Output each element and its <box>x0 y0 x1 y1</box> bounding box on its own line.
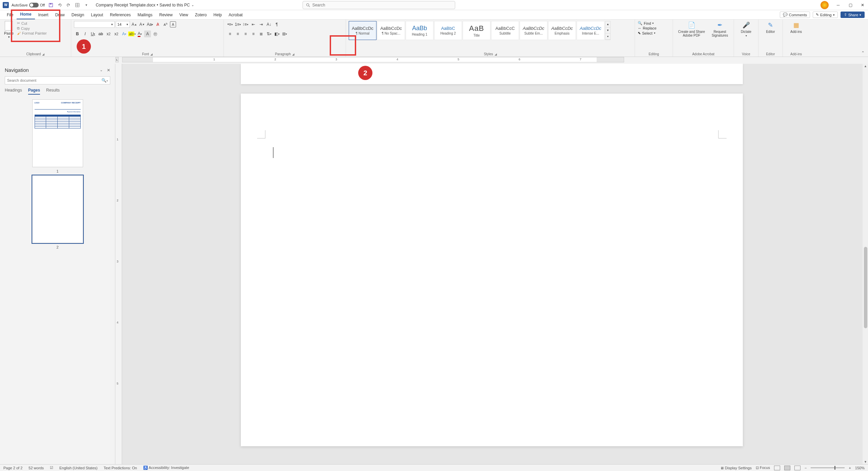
subscript-button[interactable]: x2 <box>105 31 112 37</box>
spellcheck-icon[interactable]: ☑ <box>50 466 53 470</box>
clipboard-dialog-launcher[interactable]: ◢ <box>42 53 44 56</box>
vertical-ruler[interactable]: 1 2 3 4 5 <box>115 64 122 464</box>
print-layout-button[interactable] <box>784 466 790 470</box>
styles-gallery-scroll[interactable]: ▲▼▾ <box>605 21 611 40</box>
page-thumbnail-2[interactable] <box>32 175 83 243</box>
font-size-combo[interactable]: 14▾ <box>116 21 130 28</box>
tab-view[interactable]: View <box>176 11 192 19</box>
paste-button[interactable]: Paste ▾ <box>3 21 15 39</box>
font-color-button[interactable]: A▾ <box>136 31 143 37</box>
align-center-button[interactable]: ≡ <box>234 31 241 37</box>
tab-layout[interactable]: Layout <box>88 11 107 19</box>
italic-button[interactable]: I <box>82 31 89 37</box>
tab-insert[interactable]: Insert <box>35 11 52 19</box>
sort-button[interactable]: A↓ <box>266 21 272 28</box>
user-avatar[interactable] <box>821 1 829 9</box>
character-shading-button[interactable]: A <box>144 31 151 37</box>
format-painter-button[interactable]: 🖌Format Painter <box>17 31 47 35</box>
nav-search-box[interactable]: 🔍▾ <box>5 76 110 84</box>
replace-button[interactable]: ↔Replace <box>638 26 656 30</box>
document-page-2[interactable] <box>241 94 743 446</box>
phonetic-guide-button[interactable]: ᴀᵇ <box>162 21 169 28</box>
tab-selector[interactable]: L <box>115 57 119 62</box>
align-right-button[interactable]: ≡ <box>242 31 249 37</box>
shrink-font-button[interactable]: A▼ <box>139 21 146 28</box>
style-intense-emphasis[interactable]: AaBbCcDcIntense E... <box>577 21 604 40</box>
page-thumbnail-1[interactable]: LOGOCOMPANY RECEIPT Payment Information <box>32 99 83 167</box>
increase-indent-button[interactable]: ⇥ <box>258 21 265 28</box>
nav-close-icon[interactable]: ✕ <box>107 68 110 73</box>
maximize-icon[interactable]: ▢ <box>848 2 853 8</box>
tab-mailings[interactable]: Mailings <box>134 11 156 19</box>
style-subtle-emphasis[interactable]: AaBbCcDcSubtle Em... <box>520 21 547 40</box>
addins-button[interactable]: ▦Add-ins <box>786 21 807 34</box>
clear-formatting-button[interactable]: A̷ <box>154 21 161 28</box>
cut-button[interactable]: ✂Cut <box>17 21 47 25</box>
vertical-scrollbar[interactable]: ▲ ▼ <box>863 64 868 464</box>
web-layout-button[interactable] <box>794 466 801 470</box>
align-left-button[interactable]: ≡ <box>227 31 233 37</box>
dictate-button[interactable]: 🎤Dictate▾ <box>737 21 755 37</box>
table-quick-icon[interactable] <box>75 2 80 8</box>
bold-button[interactable]: B <box>74 31 81 37</box>
search-icon[interactable]: 🔍▾ <box>101 78 108 83</box>
undo-icon[interactable] <box>57 2 62 8</box>
distributed-button[interactable]: ≣ <box>258 31 265 37</box>
tab-acrobat[interactable]: Acrobat <box>225 11 246 19</box>
tab-help[interactable]: Help <box>210 11 225 19</box>
collapse-ribbon-button[interactable]: ⌃ <box>861 51 865 55</box>
style-no-spacing[interactable]: AaBbCcDc¶ No Spac... <box>377 21 405 40</box>
nav-tab-pages[interactable]: Pages <box>28 88 40 95</box>
styles-gallery[interactable]: AaBbCcDc¶ Normal AaBbCcDc¶ No Spac... Aa… <box>349 21 632 52</box>
decrease-indent-button[interactable]: ⇤ <box>250 21 257 28</box>
save-icon[interactable] <box>48 2 54 8</box>
justify-button[interactable]: ≡ <box>250 31 257 37</box>
create-pdf-button[interactable]: 📄Create and Share Adobe PDF <box>676 21 708 37</box>
nav-search-input[interactable] <box>7 78 101 82</box>
style-heading1[interactable]: AaBbHeading 1 <box>406 21 433 40</box>
superscript-button[interactable]: x2 <box>113 31 120 37</box>
tab-home[interactable]: Home <box>17 11 35 19</box>
share-button[interactable]: ⇧Share▾ <box>841 12 865 18</box>
autosave-toggle[interactable] <box>29 3 39 7</box>
status-words[interactable]: 52 words <box>28 466 44 470</box>
tab-design[interactable]: Design <box>68 11 88 19</box>
horizontal-ruler[interactable]: 1 2 3 4 5 6 7 <box>122 57 624 62</box>
find-button[interactable]: 🔍Find▾ <box>638 21 654 25</box>
scroll-down-icon[interactable]: ▼ <box>864 460 867 464</box>
tab-zotero[interactable]: Zotero <box>192 11 210 19</box>
title-dropdown-icon[interactable]: ⌄ <box>191 3 194 7</box>
nav-collapse-icon[interactable]: ⌄ <box>100 68 103 73</box>
chevron-down-icon[interactable]: ▾ <box>8 35 10 39</box>
read-mode-button[interactable] <box>774 466 780 470</box>
zoom-in-button[interactable]: + <box>849 466 851 470</box>
styles-dialog-launcher[interactable]: ◢ <box>495 53 497 56</box>
scroll-up-icon[interactable]: ▲ <box>864 64 867 68</box>
character-border-button[interactable]: A <box>170 21 176 27</box>
minimize-icon[interactable]: ─ <box>835 2 841 8</box>
status-accessibility[interactable]: ♿ Accessibility: Investigate <box>143 466 189 470</box>
redo-icon[interactable] <box>66 2 71 8</box>
status-predictions[interactable]: Text Predictions: On <box>103 466 137 470</box>
highlight-button[interactable]: ab▾ <box>129 31 135 37</box>
search-box[interactable] <box>303 1 455 9</box>
style-title[interactable]: AaBTitle <box>463 21 490 40</box>
scroll-thumb[interactable] <box>864 247 867 328</box>
nav-tab-results[interactable]: Results <box>46 88 60 95</box>
style-heading2[interactable]: AaBbCHeading 2 <box>434 21 462 40</box>
search-input[interactable] <box>312 3 452 7</box>
editing-mode-button[interactable]: ✎Editing▾ <box>813 12 838 18</box>
zoom-slider[interactable] <box>811 467 845 468</box>
line-spacing-button[interactable]: ⇅▾ <box>266 31 272 37</box>
editor-button[interactable]: ✎Editor <box>761 21 780 34</box>
zoom-out-button[interactable]: − <box>805 466 807 470</box>
tab-draw[interactable]: Draw <box>52 11 68 19</box>
shading-button[interactable]: ◧▾ <box>273 31 280 37</box>
display-settings-button[interactable]: 🖥 Display Settings <box>720 466 752 470</box>
style-normal[interactable]: AaBbCcDc¶ Normal <box>349 21 377 40</box>
text-effects-button[interactable]: A▾ <box>121 31 128 37</box>
multilevel-list-button[interactable]: ⁝≡▾ <box>242 21 249 28</box>
paragraph-dialog-launcher[interactable]: ◢ <box>292 53 294 56</box>
underline-button[interactable]: U▾ <box>90 31 96 37</box>
numbering-button[interactable]: 1≡▾ <box>234 21 241 28</box>
